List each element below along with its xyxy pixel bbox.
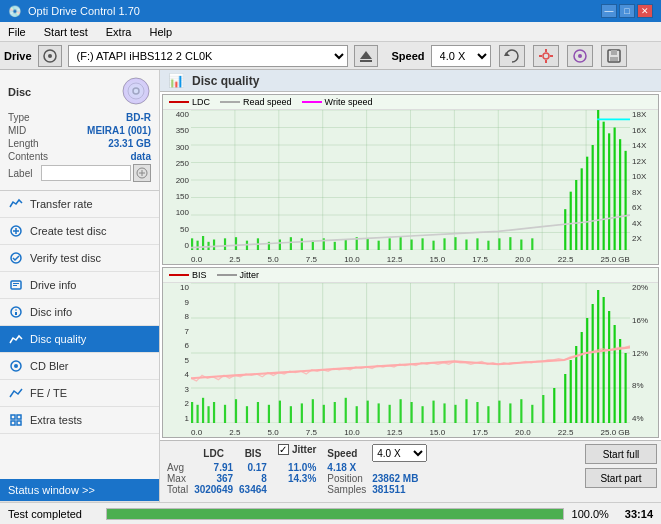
drive-info-icon bbox=[8, 277, 24, 293]
svg-rect-77 bbox=[443, 238, 445, 250]
svg-rect-145 bbox=[520, 399, 522, 423]
menu-file[interactable]: File bbox=[4, 25, 30, 39]
svg-rect-78 bbox=[454, 237, 456, 250]
start-full-button[interactable]: Start full bbox=[585, 444, 657, 464]
svg-rect-152 bbox=[581, 332, 583, 423]
svg-rect-31 bbox=[17, 415, 21, 419]
svg-point-18 bbox=[123, 78, 149, 104]
disc-mid-label: MID bbox=[8, 125, 26, 136]
speed-select[interactable]: 4.0 X bbox=[431, 45, 491, 67]
disc-length-row: Length 23.31 GB bbox=[8, 138, 151, 149]
svg-rect-124 bbox=[290, 406, 292, 423]
svg-rect-147 bbox=[542, 395, 544, 423]
menu-start-test[interactable]: Start test bbox=[40, 25, 92, 39]
title-bar: 💿 Opti Drive Control 1.70 — □ ✕ bbox=[0, 0, 661, 22]
chart-header: 📊 Disc quality bbox=[160, 70, 661, 92]
sidebar-label-verify-test-disc: Verify test disc bbox=[30, 252, 101, 264]
progress-bar-container bbox=[106, 508, 564, 520]
sidebar-item-fe-te[interactable]: FE / TE bbox=[0, 380, 159, 407]
disc-label-label: Label bbox=[8, 168, 32, 179]
disc-info-icon bbox=[8, 304, 24, 320]
svg-rect-76 bbox=[432, 241, 434, 250]
refresh-button[interactable] bbox=[499, 45, 525, 67]
start-part-button[interactable]: Start part bbox=[585, 468, 657, 488]
sidebar-item-disc-quality[interactable]: Disc quality bbox=[0, 326, 159, 353]
eject-button[interactable] bbox=[354, 45, 378, 67]
jitter-checkbox-cell: ✓ Jitter bbox=[270, 444, 324, 455]
top-chart-svg bbox=[191, 110, 630, 250]
col-header-ldc: LDC bbox=[191, 444, 236, 462]
legend-bis: BIS bbox=[169, 270, 207, 280]
svg-point-11 bbox=[578, 54, 582, 58]
svg-rect-9 bbox=[550, 55, 553, 57]
svg-rect-71 bbox=[378, 241, 380, 250]
svg-rect-83 bbox=[509, 237, 511, 250]
top-x-axis: 0.0 2.5 5.0 7.5 10.0 12.5 15.0 17.5 20.0… bbox=[191, 255, 630, 264]
sidebar-label-disc-quality: Disc quality bbox=[30, 333, 86, 345]
svg-point-26 bbox=[15, 309, 17, 311]
svg-rect-80 bbox=[476, 238, 478, 250]
legend-write-speed-label: Write speed bbox=[325, 97, 373, 107]
disc-quality-icon bbox=[8, 331, 24, 347]
app-icon: 💿 bbox=[8, 5, 22, 18]
svg-rect-158 bbox=[614, 325, 616, 423]
svg-rect-160 bbox=[625, 353, 627, 423]
svg-rect-93 bbox=[603, 122, 605, 250]
svg-rect-159 bbox=[619, 339, 621, 423]
disc-label-input[interactable] bbox=[41, 165, 131, 181]
svg-rect-82 bbox=[498, 238, 500, 250]
disc-label-btn[interactable] bbox=[133, 164, 151, 182]
drive-icon-btn[interactable] bbox=[38, 45, 62, 67]
speed-select-stats[interactable]: 4.0 X bbox=[372, 444, 427, 462]
samples-label: Samples bbox=[324, 484, 369, 495]
bottom-chart-area: 1 2 3 4 5 6 7 8 9 10 4% 8% bbox=[163, 283, 658, 437]
disc-mid-row: MID MEIRA1 (001) bbox=[8, 125, 151, 136]
bottom-chart-legend: BIS Jitter bbox=[163, 268, 658, 283]
sidebar-item-drive-info[interactable]: Drive info bbox=[0, 272, 159, 299]
sidebar-item-disc-info[interactable]: Disc info bbox=[0, 299, 159, 326]
save-button[interactable] bbox=[601, 45, 627, 67]
svg-rect-32 bbox=[11, 421, 15, 425]
status-time: 33:14 bbox=[625, 508, 653, 520]
extra-tests-icon bbox=[8, 412, 24, 428]
top-chart-area: 0 50 100 150 200 250 300 350 400 2X bbox=[163, 110, 658, 264]
svg-rect-125 bbox=[301, 403, 303, 423]
sidebar-item-extra-tests[interactable]: Extra tests bbox=[0, 407, 159, 434]
svg-rect-96 bbox=[619, 139, 621, 250]
max-ldc: 367 bbox=[191, 473, 236, 484]
jitter-checkbox[interactable]: ✓ bbox=[278, 444, 289, 455]
settings-button[interactable] bbox=[533, 45, 559, 67]
top-chart-legend: LDC Read speed Write speed bbox=[163, 95, 658, 110]
disc-header: Disc bbox=[8, 76, 151, 108]
minimize-button[interactable]: — bbox=[601, 4, 617, 18]
avg-bis: 0.17 bbox=[236, 462, 270, 473]
close-button[interactable]: ✕ bbox=[637, 4, 653, 18]
svg-rect-137 bbox=[432, 401, 434, 423]
svg-rect-142 bbox=[487, 406, 489, 423]
stats-table: LDC BIS ✓ Jitter Speed 4.0 X Avg 7.91 0.… bbox=[164, 444, 430, 495]
svg-rect-143 bbox=[498, 401, 500, 423]
disc-contents-value: data bbox=[130, 151, 151, 162]
col-header-speed: Speed bbox=[324, 444, 369, 462]
max-bis: 8 bbox=[236, 473, 270, 484]
sidebar-item-create-test-disc[interactable]: Create test disc bbox=[0, 218, 159, 245]
svg-rect-85 bbox=[531, 238, 533, 250]
sidebar-item-transfer-rate[interactable]: Transfer rate bbox=[0, 191, 159, 218]
position-value: 23862 MB bbox=[369, 473, 430, 484]
drive-select[interactable]: (F:) ATAPI iHBS112 2 CL0K bbox=[68, 45, 348, 67]
title-bar-left: 💿 Opti Drive Control 1.70 bbox=[8, 5, 140, 18]
menu-help[interactable]: Help bbox=[145, 25, 176, 39]
menu-extra[interactable]: Extra bbox=[102, 25, 136, 39]
sidebar-item-verify-test-disc[interactable]: Verify test disc bbox=[0, 245, 159, 272]
svg-point-5 bbox=[543, 53, 549, 59]
disc-mid-value: MEIRA1 (001) bbox=[87, 125, 151, 136]
svg-rect-90 bbox=[586, 157, 588, 250]
maximize-button[interactable]: □ bbox=[619, 4, 635, 18]
charts-container: LDC Read speed Write speed 0 50 bbox=[160, 92, 661, 440]
disc-button[interactable] bbox=[567, 45, 593, 67]
svg-rect-62 bbox=[279, 240, 281, 251]
create-test-disc-icon bbox=[8, 223, 24, 239]
sidebar-item-status-window[interactable]: Status window >> bbox=[0, 479, 159, 502]
svg-rect-8 bbox=[539, 55, 542, 57]
sidebar-item-cd-bler[interactable]: CD Bler bbox=[0, 353, 159, 380]
